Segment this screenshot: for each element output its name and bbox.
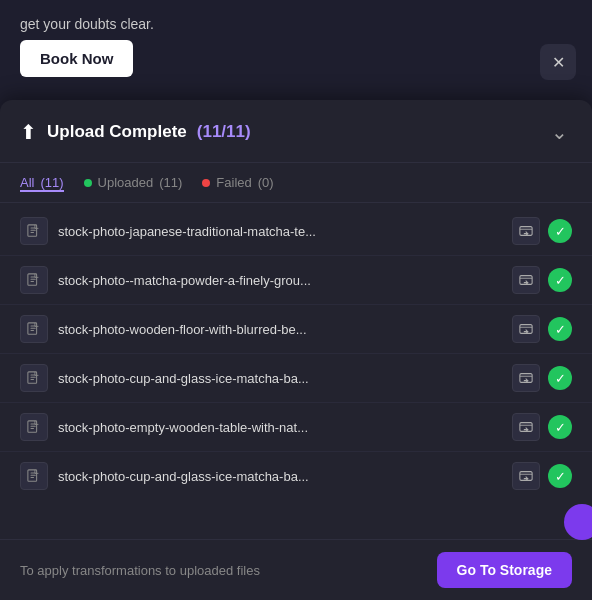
collapse-button[interactable]: ⌄	[547, 116, 572, 148]
panel-footer: To apply transformations to uploaded fil…	[0, 539, 592, 600]
tab-all-label: All	[20, 175, 34, 190]
svg-rect-13	[31, 330, 35, 331]
file-name: stock-photo-cup-and-glass-ice-matcha-ba.…	[58, 371, 502, 386]
panel-count: (11/11)	[197, 122, 251, 142]
file-item: stock-photo-empty-wooden-table-with-nat.…	[0, 403, 592, 452]
close-button-top[interactable]: ✕	[540, 44, 576, 80]
file-actions: ✓	[512, 413, 572, 441]
tab-all[interactable]: All (11)	[20, 173, 64, 192]
tab-failed[interactable]: Failed (0)	[202, 173, 273, 192]
file-item: stock-photo-wooden-floor-with-blurred-be…	[0, 305, 592, 354]
move-to-folder-button[interactable]	[512, 217, 540, 245]
success-icon: ✓	[548, 464, 572, 488]
filter-tabs: All (11) Uploaded (11) Failed (0)	[0, 163, 592, 203]
move-to-folder-button[interactable]	[512, 413, 540, 441]
tab-uploaded-label: Uploaded	[98, 175, 154, 190]
file-thumbnail-icon	[20, 413, 48, 441]
upload-panel: ⬆ Upload Complete (11/11) ⌄ All (11) Upl…	[0, 100, 592, 600]
panel-title: Upload Complete	[47, 122, 187, 142]
close-icon: ✕	[552, 53, 565, 72]
header-left: ⬆ Upload Complete (11/11)	[20, 120, 251, 144]
go-to-storage-button[interactable]: Go To Storage	[437, 552, 572, 588]
background-text: get your doubts clear.	[20, 16, 572, 32]
file-thumbnail-icon	[20, 364, 48, 392]
success-icon: ✓	[548, 317, 572, 341]
tab-uploaded[interactable]: Uploaded (11)	[84, 173, 183, 192]
file-thumbnail-icon	[20, 266, 48, 294]
success-icon: ✓	[548, 268, 572, 292]
tab-failed-count: (0)	[258, 175, 274, 190]
success-icon: ✓	[548, 415, 572, 439]
svg-rect-17	[31, 377, 36, 378]
tab-failed-label: Failed	[216, 175, 251, 190]
file-name: stock-photo-japanese-traditional-matcha-…	[58, 224, 502, 239]
file-actions: ✓	[512, 217, 572, 245]
svg-rect-18	[31, 379, 35, 380]
file-name: stock-photo-wooden-floor-with-blurred-be…	[58, 322, 502, 337]
file-thumbnail-icon	[20, 217, 48, 245]
svg-rect-27	[31, 475, 36, 476]
svg-rect-7	[31, 279, 36, 280]
tab-all-count: (11)	[40, 175, 63, 190]
file-actions: ✓	[512, 462, 572, 490]
file-actions: ✓	[512, 364, 572, 392]
upload-icon: ⬆	[20, 120, 37, 144]
success-icon: ✓	[548, 366, 572, 390]
footer-info-text: To apply transformations to uploaded fil…	[20, 563, 260, 578]
book-now-button[interactable]: Book Now	[20, 40, 133, 77]
file-item: stock-photo-japanese-traditional-matcha-…	[0, 207, 592, 256]
success-icon: ✓	[548, 219, 572, 243]
file-thumbnail-icon	[20, 315, 48, 343]
file-name: stock-photo--matcha-powder-a-finely-grou…	[58, 273, 502, 288]
file-actions: ✓	[512, 315, 572, 343]
file-item: stock-photo--matcha-powder-a-finely-grou…	[0, 256, 592, 305]
file-actions: ✓	[512, 266, 572, 294]
move-to-folder-button[interactable]	[512, 364, 540, 392]
move-to-folder-button[interactable]	[512, 315, 540, 343]
failed-dot-icon	[202, 179, 210, 187]
svg-rect-22	[31, 426, 36, 427]
move-to-folder-button[interactable]	[512, 462, 540, 490]
file-thumbnail-icon	[20, 462, 48, 490]
svg-rect-8	[31, 281, 35, 282]
file-item: stock-photo-cup-and-glass-ice-matcha-ba.…	[0, 354, 592, 403]
uploaded-dot-icon	[84, 179, 92, 187]
svg-rect-2	[31, 230, 36, 231]
svg-rect-28	[31, 477, 35, 478]
svg-rect-12	[31, 328, 36, 329]
file-name: stock-photo-cup-and-glass-ice-matcha-ba.…	[58, 469, 502, 484]
move-to-folder-button[interactable]	[512, 266, 540, 294]
file-name: stock-photo-empty-wooden-table-with-nat.…	[58, 420, 502, 435]
scroll-indicator	[564, 504, 592, 540]
tab-uploaded-count: (11)	[159, 175, 182, 190]
chevron-down-icon: ⌄	[551, 121, 568, 143]
background-content: get your doubts clear. Book Now	[0, 0, 592, 93]
svg-rect-23	[31, 428, 35, 429]
svg-rect-3	[31, 232, 35, 233]
file-item: stock-photo-cup-and-glass-ice-matcha-ba.…	[0, 452, 592, 500]
panel-header: ⬆ Upload Complete (11/11) ⌄	[0, 100, 592, 163]
file-list: stock-photo-japanese-traditional-matcha-…	[0, 203, 592, 539]
